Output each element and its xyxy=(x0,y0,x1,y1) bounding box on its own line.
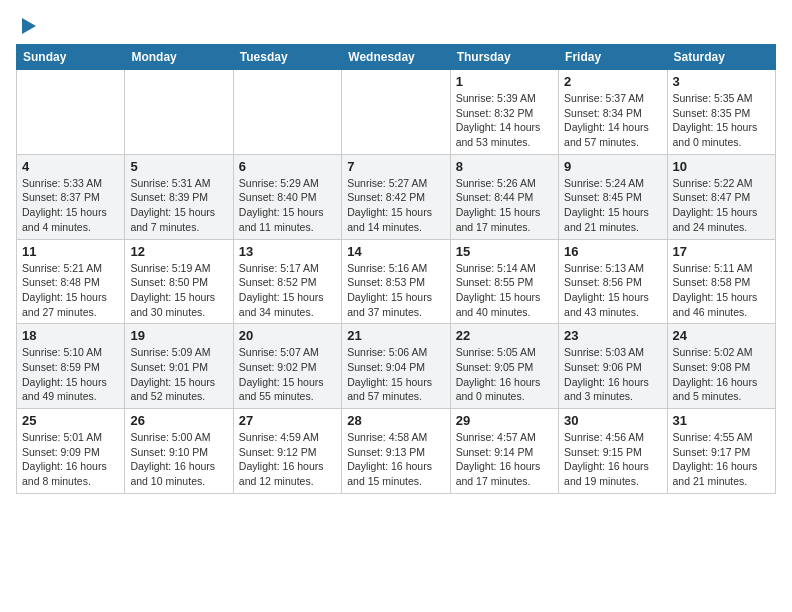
header-tuesday: Tuesday xyxy=(233,45,341,70)
day-info: Sunrise: 5:05 AM Sunset: 9:05 PM Dayligh… xyxy=(456,345,553,404)
table-row: 23Sunrise: 5:03 AM Sunset: 9:06 PM Dayli… xyxy=(559,324,667,409)
table-row xyxy=(233,70,341,155)
table-row: 29Sunrise: 4:57 AM Sunset: 9:14 PM Dayli… xyxy=(450,409,558,494)
table-row: 13Sunrise: 5:17 AM Sunset: 8:52 PM Dayli… xyxy=(233,239,341,324)
day-info: Sunrise: 5:27 AM Sunset: 8:42 PM Dayligh… xyxy=(347,176,444,235)
day-number: 21 xyxy=(347,328,444,343)
day-number: 9 xyxy=(564,159,661,174)
table-row: 16Sunrise: 5:13 AM Sunset: 8:56 PM Dayli… xyxy=(559,239,667,324)
day-info: Sunrise: 5:33 AM Sunset: 8:37 PM Dayligh… xyxy=(22,176,119,235)
table-row: 15Sunrise: 5:14 AM Sunset: 8:55 PM Dayli… xyxy=(450,239,558,324)
day-number: 1 xyxy=(456,74,553,89)
day-number: 10 xyxy=(673,159,770,174)
day-info: Sunrise: 5:22 AM Sunset: 8:47 PM Dayligh… xyxy=(673,176,770,235)
day-info: Sunrise: 5:02 AM Sunset: 9:08 PM Dayligh… xyxy=(673,345,770,404)
table-row: 31Sunrise: 4:55 AM Sunset: 9:17 PM Dayli… xyxy=(667,409,775,494)
table-row: 11Sunrise: 5:21 AM Sunset: 8:48 PM Dayli… xyxy=(17,239,125,324)
day-info: Sunrise: 5:26 AM Sunset: 8:44 PM Dayligh… xyxy=(456,176,553,235)
table-row: 27Sunrise: 4:59 AM Sunset: 9:12 PM Dayli… xyxy=(233,409,341,494)
table-row: 12Sunrise: 5:19 AM Sunset: 8:50 PM Dayli… xyxy=(125,239,233,324)
table-row: 5Sunrise: 5:31 AM Sunset: 8:39 PM Daylig… xyxy=(125,154,233,239)
day-info: Sunrise: 5:10 AM Sunset: 8:59 PM Dayligh… xyxy=(22,345,119,404)
day-number: 2 xyxy=(564,74,661,89)
header-friday: Friday xyxy=(559,45,667,70)
table-row xyxy=(342,70,450,155)
day-info: Sunrise: 4:56 AM Sunset: 9:15 PM Dayligh… xyxy=(564,430,661,489)
calendar-week-row: 11Sunrise: 5:21 AM Sunset: 8:48 PM Dayli… xyxy=(17,239,776,324)
day-number: 13 xyxy=(239,244,336,259)
page-header xyxy=(16,16,776,34)
day-number: 12 xyxy=(130,244,227,259)
day-number: 20 xyxy=(239,328,336,343)
header-thursday: Thursday xyxy=(450,45,558,70)
table-row: 28Sunrise: 4:58 AM Sunset: 9:13 PM Dayli… xyxy=(342,409,450,494)
table-row: 20Sunrise: 5:07 AM Sunset: 9:02 PM Dayli… xyxy=(233,324,341,409)
table-row: 30Sunrise: 4:56 AM Sunset: 9:15 PM Dayli… xyxy=(559,409,667,494)
day-info: Sunrise: 5:31 AM Sunset: 8:39 PM Dayligh… xyxy=(130,176,227,235)
day-info: Sunrise: 4:57 AM Sunset: 9:14 PM Dayligh… xyxy=(456,430,553,489)
table-row: 21Sunrise: 5:06 AM Sunset: 9:04 PM Dayli… xyxy=(342,324,450,409)
table-row: 4Sunrise: 5:33 AM Sunset: 8:37 PM Daylig… xyxy=(17,154,125,239)
calendar-table: Sunday Monday Tuesday Wednesday Thursday… xyxy=(16,44,776,494)
day-number: 22 xyxy=(456,328,553,343)
table-row: 24Sunrise: 5:02 AM Sunset: 9:08 PM Dayli… xyxy=(667,324,775,409)
table-row: 19Sunrise: 5:09 AM Sunset: 9:01 PM Dayli… xyxy=(125,324,233,409)
day-info: Sunrise: 5:01 AM Sunset: 9:09 PM Dayligh… xyxy=(22,430,119,489)
day-info: Sunrise: 5:13 AM Sunset: 8:56 PM Dayligh… xyxy=(564,261,661,320)
day-number: 27 xyxy=(239,413,336,428)
table-row xyxy=(17,70,125,155)
table-row: 7Sunrise: 5:27 AM Sunset: 8:42 PM Daylig… xyxy=(342,154,450,239)
day-number: 14 xyxy=(347,244,444,259)
day-info: Sunrise: 5:37 AM Sunset: 8:34 PM Dayligh… xyxy=(564,91,661,150)
day-number: 5 xyxy=(130,159,227,174)
day-info: Sunrise: 5:24 AM Sunset: 8:45 PM Dayligh… xyxy=(564,176,661,235)
table-row: 10Sunrise: 5:22 AM Sunset: 8:47 PM Dayli… xyxy=(667,154,775,239)
day-info: Sunrise: 5:29 AM Sunset: 8:40 PM Dayligh… xyxy=(239,176,336,235)
day-number: 17 xyxy=(673,244,770,259)
day-info: Sunrise: 5:06 AM Sunset: 9:04 PM Dayligh… xyxy=(347,345,444,404)
day-info: Sunrise: 5:11 AM Sunset: 8:58 PM Dayligh… xyxy=(673,261,770,320)
day-number: 30 xyxy=(564,413,661,428)
day-number: 16 xyxy=(564,244,661,259)
table-row: 6Sunrise: 5:29 AM Sunset: 8:40 PM Daylig… xyxy=(233,154,341,239)
calendar-week-row: 25Sunrise: 5:01 AM Sunset: 9:09 PM Dayli… xyxy=(17,409,776,494)
day-number: 26 xyxy=(130,413,227,428)
table-row xyxy=(125,70,233,155)
calendar-week-row: 18Sunrise: 5:10 AM Sunset: 8:59 PM Dayli… xyxy=(17,324,776,409)
day-info: Sunrise: 5:07 AM Sunset: 9:02 PM Dayligh… xyxy=(239,345,336,404)
day-number: 25 xyxy=(22,413,119,428)
table-row: 17Sunrise: 5:11 AM Sunset: 8:58 PM Dayli… xyxy=(667,239,775,324)
header-sunday: Sunday xyxy=(17,45,125,70)
svg-marker-0 xyxy=(22,18,36,34)
day-number: 28 xyxy=(347,413,444,428)
day-number: 19 xyxy=(130,328,227,343)
day-info: Sunrise: 5:17 AM Sunset: 8:52 PM Dayligh… xyxy=(239,261,336,320)
day-number: 11 xyxy=(22,244,119,259)
day-info: Sunrise: 5:03 AM Sunset: 9:06 PM Dayligh… xyxy=(564,345,661,404)
day-number: 4 xyxy=(22,159,119,174)
table-row: 8Sunrise: 5:26 AM Sunset: 8:44 PM Daylig… xyxy=(450,154,558,239)
day-info: Sunrise: 4:59 AM Sunset: 9:12 PM Dayligh… xyxy=(239,430,336,489)
day-number: 29 xyxy=(456,413,553,428)
day-info: Sunrise: 5:35 AM Sunset: 8:35 PM Dayligh… xyxy=(673,91,770,150)
logo xyxy=(16,16,38,34)
logo-arrow-icon xyxy=(18,16,38,36)
day-number: 31 xyxy=(673,413,770,428)
table-row: 3Sunrise: 5:35 AM Sunset: 8:35 PM Daylig… xyxy=(667,70,775,155)
day-info: Sunrise: 4:58 AM Sunset: 9:13 PM Dayligh… xyxy=(347,430,444,489)
day-info: Sunrise: 5:39 AM Sunset: 8:32 PM Dayligh… xyxy=(456,91,553,150)
day-number: 7 xyxy=(347,159,444,174)
header-wednesday: Wednesday xyxy=(342,45,450,70)
day-info: Sunrise: 5:19 AM Sunset: 8:50 PM Dayligh… xyxy=(130,261,227,320)
table-row: 1Sunrise: 5:39 AM Sunset: 8:32 PM Daylig… xyxy=(450,70,558,155)
day-number: 8 xyxy=(456,159,553,174)
day-number: 23 xyxy=(564,328,661,343)
day-info: Sunrise: 5:21 AM Sunset: 8:48 PM Dayligh… xyxy=(22,261,119,320)
day-info: Sunrise: 5:00 AM Sunset: 9:10 PM Dayligh… xyxy=(130,430,227,489)
table-row: 22Sunrise: 5:05 AM Sunset: 9:05 PM Dayli… xyxy=(450,324,558,409)
day-number: 6 xyxy=(239,159,336,174)
table-row: 14Sunrise: 5:16 AM Sunset: 8:53 PM Dayli… xyxy=(342,239,450,324)
calendar-week-row: 1Sunrise: 5:39 AM Sunset: 8:32 PM Daylig… xyxy=(17,70,776,155)
table-row: 9Sunrise: 5:24 AM Sunset: 8:45 PM Daylig… xyxy=(559,154,667,239)
table-row: 25Sunrise: 5:01 AM Sunset: 9:09 PM Dayli… xyxy=(17,409,125,494)
